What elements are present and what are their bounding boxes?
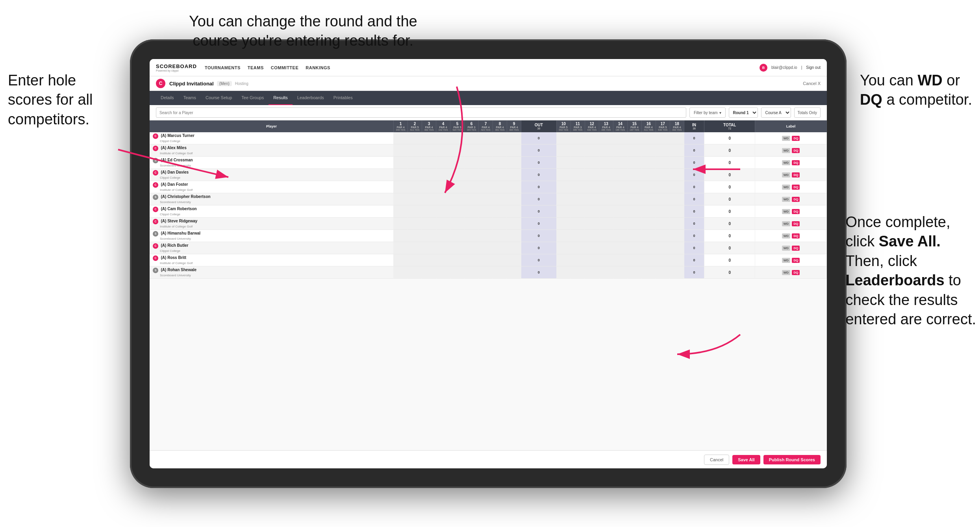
score-input[interactable] <box>423 157 435 168</box>
search-input[interactable] <box>156 107 686 118</box>
score-input[interactable] <box>395 182 406 192</box>
score-input[interactable] <box>600 133 612 143</box>
score-input[interactable] <box>409 218 421 229</box>
score-input[interactable] <box>629 157 640 168</box>
score-input[interactable] <box>643 194 654 204</box>
hole-6-score[interactable] <box>464 169 478 181</box>
score-input[interactable] <box>480 218 491 229</box>
hole-16-score[interactable] <box>641 205 656 218</box>
score-input[interactable] <box>657 194 669 204</box>
wd-button[interactable]: WD <box>782 160 790 165</box>
score-input[interactable] <box>494 133 506 143</box>
score-input[interactable] <box>657 182 669 192</box>
score-input[interactable] <box>671 255 683 265</box>
score-input[interactable] <box>437 267 449 277</box>
score-input[interactable] <box>671 182 683 192</box>
score-input[interactable] <box>558 231 569 241</box>
score-input[interactable] <box>494 255 506 265</box>
hole-14-score[interactable] <box>613 193 627 205</box>
hole-11-score[interactable] <box>571 144 585 157</box>
hole-17-score[interactable] <box>656 169 670 181</box>
score-input[interactable] <box>657 255 669 265</box>
tournament-cancel[interactable]: Cancel X <box>803 81 821 86</box>
score-input[interactable] <box>657 218 669 229</box>
score-input[interactable] <box>423 206 435 216</box>
hole-1-score[interactable] <box>393 205 408 218</box>
totals-only-button[interactable]: Totals Only <box>794 107 821 118</box>
hole-5-score[interactable] <box>450 144 464 157</box>
score-input[interactable] <box>437 182 449 192</box>
score-input[interactable] <box>466 170 477 180</box>
score-input[interactable] <box>437 170 449 180</box>
score-input[interactable] <box>600 206 612 216</box>
score-input[interactable] <box>452 182 463 192</box>
hole-1-score[interactable] <box>393 132 408 144</box>
score-input[interactable] <box>671 170 683 180</box>
dq-button[interactable]: DQ <box>792 258 800 263</box>
hole-8-score[interactable] <box>493 218 507 230</box>
hole-8-score[interactable] <box>493 266 507 279</box>
hole-15-score[interactable] <box>627 157 641 169</box>
score-input[interactable] <box>466 218 477 229</box>
hole-18-score[interactable] <box>670 181 684 193</box>
hole-13-score[interactable] <box>599 230 613 242</box>
hole-14-score[interactable] <box>613 144 627 157</box>
score-input[interactable] <box>600 218 612 229</box>
hole-9-score[interactable] <box>507 193 521 205</box>
hole-3-score[interactable] <box>422 169 436 181</box>
hole-2-score[interactable] <box>408 169 422 181</box>
hole-6-score[interactable] <box>464 230 478 242</box>
score-input[interactable] <box>480 255 491 265</box>
hole-9-score[interactable] <box>507 157 521 169</box>
hole-15-score[interactable] <box>627 205 641 218</box>
score-input[interactable] <box>395 255 406 265</box>
wd-button[interactable]: WD <box>782 270 790 275</box>
score-input[interactable] <box>643 157 654 168</box>
hole-15-score[interactable] <box>627 242 641 254</box>
hole-4-score[interactable] <box>436 193 450 205</box>
score-input[interactable] <box>643 182 654 192</box>
score-input[interactable] <box>586 133 598 143</box>
hole-1-score[interactable] <box>393 144 408 157</box>
hole-2-score[interactable] <box>408 181 422 193</box>
score-input[interactable] <box>586 231 598 241</box>
score-input[interactable] <box>466 255 477 265</box>
hole-14-score[interactable] <box>613 218 627 230</box>
hole-4-score[interactable] <box>436 218 450 230</box>
sign-out-link[interactable]: Sign out <box>806 65 821 70</box>
hole-9-score[interactable] <box>507 144 521 157</box>
score-input[interactable] <box>395 243 406 253</box>
hole-2-score[interactable] <box>408 242 422 254</box>
hole-7-score[interactable] <box>478 144 493 157</box>
score-input[interactable] <box>558 267 569 277</box>
hole-5-score[interactable] <box>450 132 464 144</box>
hole-4-score[interactable] <box>436 205 450 218</box>
score-input[interactable] <box>629 182 640 192</box>
hole-2-score[interactable] <box>408 157 422 169</box>
score-input[interactable] <box>466 145 477 155</box>
nav-tournaments[interactable]: TOURNAMENTS <box>205 65 241 70</box>
score-input[interactable] <box>657 206 669 216</box>
hole-3-score[interactable] <box>422 181 436 193</box>
score-input[interactable] <box>643 206 654 216</box>
score-input[interactable] <box>409 133 421 143</box>
hole-16-score[interactable] <box>641 230 656 242</box>
score-input[interactable] <box>671 218 683 229</box>
score-input[interactable] <box>452 206 463 216</box>
hole-18-score[interactable] <box>670 218 684 230</box>
score-input[interactable] <box>494 145 506 155</box>
wd-button[interactable]: WD <box>782 246 790 251</box>
hole-14-score[interactable] <box>613 230 627 242</box>
dq-button[interactable]: DQ <box>792 185 800 190</box>
score-input[interactable] <box>423 182 435 192</box>
hole-3-score[interactable] <box>422 242 436 254</box>
score-input[interactable] <box>671 206 683 216</box>
score-input[interactable] <box>572 218 584 229</box>
hole-8-score[interactable] <box>493 193 507 205</box>
score-input[interactable] <box>466 182 477 192</box>
hole-10-score[interactable] <box>556 132 571 144</box>
score-input[interactable] <box>615 267 626 277</box>
hole-10-score[interactable] <box>556 181 571 193</box>
dq-button[interactable]: DQ <box>792 221 800 226</box>
score-input[interactable] <box>452 145 463 155</box>
